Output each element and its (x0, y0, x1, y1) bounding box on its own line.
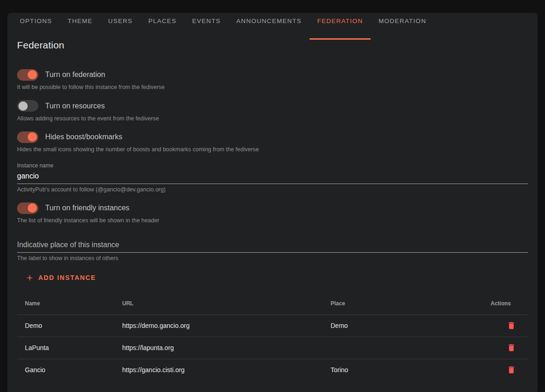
instance-url-cell: https://gancio.cisti.org (122, 359, 331, 381)
instance-name-input[interactable]: gancio (17, 168, 528, 184)
add-instance-button[interactable]: ADD INSTANCE (22, 269, 100, 286)
instance-name-label: Instance name (17, 163, 528, 168)
boost-bookmarks-toggle-section: Hides boost/bookmarks Hides the small ic… (17, 131, 528, 153)
instance-place-hint: The label to show in instances of others (17, 255, 528, 261)
federation-toggle[interactable] (17, 69, 38, 81)
toggle-hint: The list of friendly instances will be s… (17, 218, 528, 224)
boost-bookmarks-toggle[interactable] (17, 131, 38, 143)
toggle-label: Turn on friendly instances (45, 204, 130, 212)
page-title: Federation (17, 40, 528, 51)
table-header-row: Name URL Place Actions (17, 293, 528, 315)
toggle-hint: Allows adding resources to the event fro… (17, 116, 528, 122)
friendly-instances-toggle[interactable] (17, 202, 38, 214)
toggle-label: Turn on federation (45, 71, 105, 79)
trash-icon (507, 321, 516, 330)
delete-instance-button[interactable] (507, 365, 516, 374)
tab-theme[interactable]: THEME (60, 13, 101, 29)
delete-instance-button[interactable] (507, 321, 516, 330)
add-instance-label: ADD INSTANCE (38, 274, 96, 281)
column-header-url: URL (122, 293, 331, 315)
toggle-hint: Hides the small icons showing the number… (17, 147, 528, 153)
admin-federation-panel: OPTIONS THEME USERS PLACES EVENTS ANNOUN… (7, 13, 538, 392)
column-header-actions: Actions (483, 293, 528, 315)
toggle-knob (28, 70, 37, 79)
trash-icon (507, 343, 516, 352)
instance-name-hint: ActivityPub's account to follow (@gancio… (17, 187, 528, 193)
instance-place-field: Indicative place of this instance The la… (17, 240, 528, 261)
column-header-name: Name (17, 293, 122, 315)
resources-toggle[interactable] (17, 100, 38, 112)
tab-events[interactable]: EVENTS (184, 13, 229, 29)
toggle-knob (28, 203, 37, 213)
tab-places[interactable]: PLACES (141, 13, 184, 29)
delete-instance-button[interactable] (507, 343, 516, 352)
toggle-hint: It will be possible to follow this insta… (17, 84, 528, 90)
instance-place-cell (331, 337, 483, 359)
toggle-knob (28, 132, 37, 142)
toggle-knob (18, 101, 28, 111)
federation-toggle-section: Turn on federation It will be possible t… (17, 69, 528, 90)
instance-place-input[interactable]: Indicative place of this instance (17, 240, 528, 253)
column-header-place: Place (331, 293, 483, 315)
table-row: Demo https://demo.gancio.org Demo (17, 315, 528, 337)
table-row: Gancio https://gancio.cisti.org Torino (17, 359, 528, 381)
toggle-label: Turn on resources (45, 102, 105, 110)
instance-place-cell: Demo (331, 315, 483, 337)
friendly-instances-toggle-section: Turn on friendly instances The list of f… (17, 202, 528, 224)
instance-place-cell: Torino (331, 359, 483, 381)
instance-name-cell: Demo (17, 315, 122, 337)
tab-announcements[interactable]: ANNOUNCEMENTS (229, 13, 309, 29)
instance-name-cell: Gancio (17, 359, 122, 381)
tab-options[interactable]: OPTIONS (12, 13, 60, 29)
trusted-instances-table: Name URL Place Actions Demo https://demo… (17, 293, 528, 381)
federation-settings: Federation Turn on federation It will be… (7, 40, 538, 381)
instance-url-cell: https://lapunta.org (122, 337, 331, 359)
instance-url-cell: https://demo.gancio.org (122, 315, 331, 337)
tab-users[interactable]: USERS (101, 13, 141, 29)
toggle-label: Hides boost/bookmarks (45, 133, 122, 141)
instance-name-field: Instance name gancio ActivityPub's accou… (17, 163, 528, 193)
resources-toggle-section: Turn on resources Allows adding resource… (17, 100, 528, 122)
trash-icon (507, 365, 516, 374)
admin-tabs: OPTIONS THEME USERS PLACES EVENTS ANNOUN… (7, 13, 538, 29)
table-row: LaPunta https://lapunta.org (17, 337, 528, 359)
tab-federation[interactable]: FEDERATION (309, 13, 371, 29)
plus-icon (25, 273, 34, 282)
tab-moderation[interactable]: MODERATION (371, 13, 434, 29)
instance-name-cell: LaPunta (17, 337, 122, 359)
